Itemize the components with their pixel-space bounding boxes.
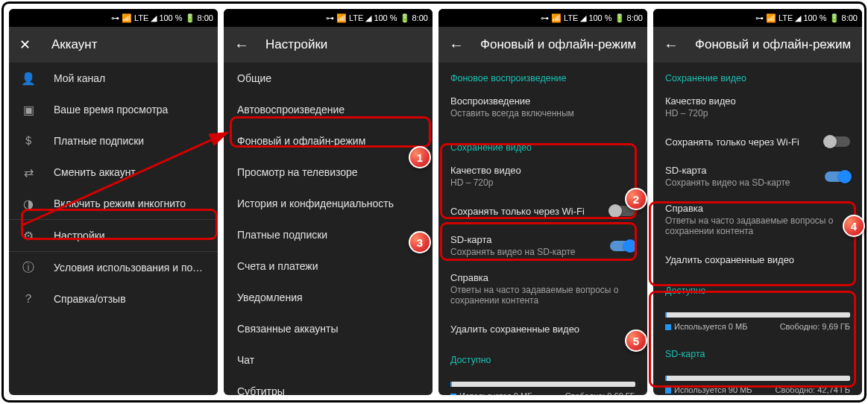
- storage-used: Используется 0 МБ: [665, 322, 747, 331]
- account-item-help[interactable]: ？Справка/отзыв: [9, 283, 218, 315]
- account-item-my-channel[interactable]: 👤Мой канал: [9, 63, 218, 94]
- settings-item-10[interactable]: Субтитры: [224, 376, 433, 395]
- storage-sd: Используется 90 МБ Свободно: 42,74 ГБ: [653, 364, 862, 395]
- annotation-badge-4: 4: [843, 215, 865, 237]
- appbar-title: Фоновый и офлайн-режим: [480, 37, 636, 52]
- storage-used: Используется 0 МБ: [450, 391, 532, 395]
- sd-switch[interactable]: [825, 171, 850, 182]
- close-icon[interactable]: [19, 37, 31, 53]
- account-menu: 👤Мой канал▣Ваше время просмотра＄Платные …: [9, 63, 218, 315]
- settings-item-1[interactable]: Автовоспроизведение: [224, 94, 433, 125]
- account-item-terms[interactable]: ⓘУсловия использования и полит…: [9, 252, 218, 283]
- back-icon[interactable]: [234, 37, 249, 54]
- status-bar: ⊶ 📶 LTE ◢ 100 % 🔋 8:00: [653, 9, 862, 27]
- row-delete-saved[interactable]: Удалить сохраненные видео: [438, 313, 647, 344]
- settings-item-label: Общие: [237, 72, 419, 84]
- settings-item-0[interactable]: Общие: [224, 63, 433, 94]
- account-item-label: Условия использования и полит…: [54, 262, 206, 274]
- screenshot-offline-1: ⊶ 📶 LTE ◢ 100 % 🔋 8:00 Фоновый и офлайн-…: [438, 9, 647, 395]
- settings-item-label: Уведомления: [237, 291, 419, 303]
- section-save-video: Сохранение видео: [438, 126, 647, 157]
- sd-sub: Сохранять видео на SD-карте: [450, 247, 592, 257]
- storage-sd-free: Свободно: 42,74 ГБ: [776, 385, 850, 394]
- account-item-settings[interactable]: ⚙Настройки: [9, 220, 218, 251]
- sd-switch[interactable]: [610, 241, 635, 251]
- my-channel-icon: 👤: [21, 71, 36, 86]
- status-battery-pct: 100 %: [159, 13, 182, 22]
- account-item-switch-account[interactable]: ⇄Сменить аккаунт: [9, 157, 218, 188]
- section-bg-playback: Фоновое воспроизведение: [438, 63, 647, 88]
- appbar-offline: Фоновый и офлайн-режим: [653, 27, 862, 63]
- settings-item-3[interactable]: Просмотр на телевизоре: [224, 157, 433, 188]
- incognito-icon: ◑: [21, 196, 36, 211]
- annotation-badge-3: 3: [409, 231, 431, 253]
- storage-internal: Используется 0 МБ Свободно: 9,69 ГБ: [438, 370, 647, 395]
- account-item-label: Сменить аккаунт: [54, 166, 206, 178]
- account-item-label: Включить режим инкогнито: [54, 198, 206, 209]
- settings-item-label: История и конфиденциальность: [237, 198, 419, 209]
- wifi-label: Сохранять только через Wi-Fi: [450, 206, 592, 217]
- storage-free: Свободно: 9,69 ГБ: [780, 322, 850, 331]
- settings-item-label: Чат: [237, 354, 419, 366]
- row-sd-card[interactable]: SD-карта Сохранять видео на SD-карте: [438, 227, 647, 265]
- playback-label: Воспроизведение: [450, 95, 635, 107]
- offline-settings-list: Сохранение видео Качество видео HD – 720…: [653, 63, 862, 395]
- row-help[interactable]: Справка Ответы на часто задаваемые вопро…: [653, 195, 862, 244]
- wifi-switch[interactable]: [825, 136, 850, 147]
- watch-time-icon: ▣: [21, 102, 36, 117]
- back-icon[interactable]: [664, 37, 679, 54]
- settings-icon: ⚙: [21, 228, 36, 243]
- delete-label: Удалить сохраненные видео: [450, 323, 635, 335]
- settings-item-6[interactable]: Счета и платежи: [224, 250, 433, 282]
- settings-item-9[interactable]: Чат: [224, 344, 433, 376]
- settings-item-2[interactable]: Фоновый и офлайн-режим: [224, 125, 433, 157]
- sd-sub: Сохранять видео на SD-карте: [665, 177, 807, 188]
- sd-label: SD-карта: [450, 234, 592, 245]
- help-label: Справка: [665, 203, 850, 214]
- offline-settings-list: Фоновое воспроизведение Воспроизведение …: [438, 63, 647, 395]
- row-quality[interactable]: Качество видео HD – 720p: [438, 157, 647, 195]
- annotation-badge-1: 1: [409, 146, 431, 168]
- section-sd-card: SD-карта: [653, 338, 862, 364]
- appbar-account: Аккаунт: [9, 27, 218, 63]
- status-lte: LTE: [134, 13, 148, 22]
- help-sub: Ответы на часто задаваемые вопросы о сох…: [450, 285, 635, 306]
- account-item-watch-time[interactable]: ▣Ваше время просмотра: [9, 94, 218, 125]
- status-bar: ⊶ 📶 LTE ◢ 100 % 🔋 8:00: [224, 9, 433, 27]
- settings-item-label: Автовоспроизведение: [237, 104, 419, 116]
- settings-item-4[interactable]: История и конфиденциальность: [224, 188, 433, 219]
- status-bar: ⊶ 📶 LTE ◢ 100 % 🔋 8:00: [9, 9, 218, 27]
- paid-subs-icon: ＄: [21, 133, 36, 148]
- account-item-paid-subs[interactable]: ＄Платные подписки: [9, 125, 218, 157]
- account-item-label: Мой канал: [54, 72, 206, 84]
- quality-label: Качество видео: [450, 165, 635, 176]
- annotation-badge-5: 5: [625, 329, 647, 352]
- row-delete-saved[interactable]: Удалить сохраненные видео: [653, 244, 862, 275]
- screenshot-account: ⊶ 📶 LTE ◢ 100 % 🔋 8:00 Аккаунт 👤Мой кана…: [9, 9, 218, 395]
- section-save-video: Сохранение видео: [653, 63, 862, 88]
- appbar-title: Аккаунт: [51, 37, 98, 52]
- section-available: Доступно: [438, 344, 647, 370]
- settings-item-label: Субтитры: [237, 385, 419, 395]
- row-quality[interactable]: Качество видео HD – 720p: [653, 88, 862, 126]
- settings-item-8[interactable]: Связанные аккаунты: [224, 313, 433, 344]
- row-wifi-only[interactable]: Сохранять только через Wi-Fi: [438, 195, 647, 227]
- sd-label: SD-карта: [665, 165, 807, 176]
- settings-item-7[interactable]: Уведомления: [224, 282, 433, 313]
- account-item-label: Справка/отзыв: [54, 293, 206, 305]
- row-playback[interactable]: Воспроизведение Оставить всегда включенн…: [438, 88, 647, 126]
- row-sd-card[interactable]: SD-карта Сохранять видео на SD-карте: [653, 157, 862, 195]
- appbar-settings: Настройки: [224, 27, 433, 63]
- settings-menu: ОбщиеАвтовоспроизведениеФоновый и офлайн…: [224, 63, 433, 395]
- appbar-title: Настройки: [265, 37, 327, 52]
- row-wifi-only[interactable]: Сохранять только через Wi-Fi: [653, 126, 862, 157]
- row-help[interactable]: Справка Ответы на часто задаваемые вопро…: [438, 265, 647, 313]
- settings-item-5[interactable]: Платные подписки: [224, 219, 433, 250]
- back-icon[interactable]: [449, 37, 464, 54]
- screenshot-settings: ⊶ 📶 LTE ◢ 100 % 🔋 8:00 Настройки ОбщиеАв…: [224, 9, 433, 395]
- storage-free: Свободно: 9,69 ГБ: [565, 391, 635, 395]
- status-bar: ⊶ 📶 LTE ◢ 100 % 🔋 8:00: [438, 9, 647, 27]
- screenshot-offline-2: ⊶ 📶 LTE ◢ 100 % 🔋 8:00 Фоновый и офлайн-…: [653, 9, 862, 395]
- section-available: Доступно: [653, 275, 862, 300]
- account-item-incognito[interactable]: ◑Включить режим инкогнито: [9, 188, 218, 219]
